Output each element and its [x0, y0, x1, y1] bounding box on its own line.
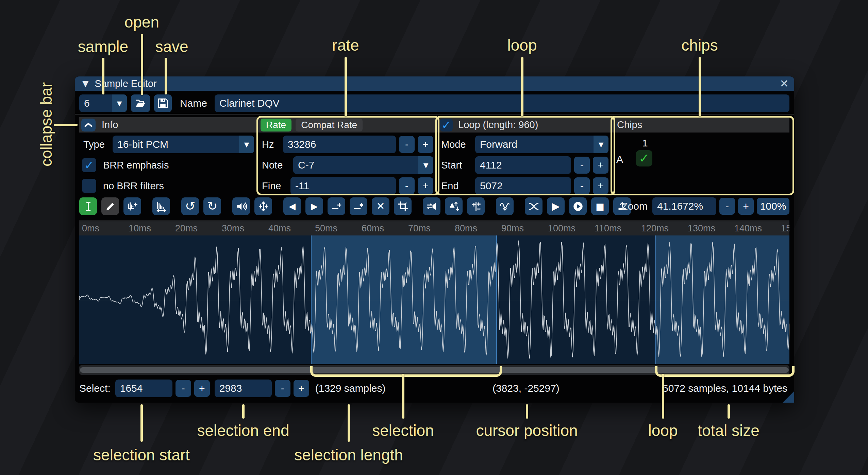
fine-plus-button[interactable]: +: [418, 177, 433, 194]
invert-button[interactable]: [445, 197, 463, 215]
timeline-tick: 110ms: [595, 223, 621, 234]
linep-icon: [331, 201, 342, 212]
hz-minus-button[interactable]: -: [399, 136, 415, 153]
resize-grip[interactable]: [783, 391, 794, 403]
timeline-tick: 0ms: [82, 223, 99, 234]
scrollbar-thumb[interactable]: [80, 367, 789, 373]
sample-selector-value: 6: [79, 94, 112, 112]
fadein-icon: ◀: [289, 202, 296, 211]
chip-enable-checkbox[interactable]: ✓: [636, 150, 652, 166]
note-combo[interactable]: C-7 ▼: [293, 156, 433, 174]
annotation-selection-start: selection start: [93, 446, 190, 464]
zoom-minus-button[interactable]: -: [719, 198, 735, 215]
play-note-button[interactable]: [569, 197, 587, 215]
loop-start-plus-button[interactable]: +: [593, 157, 608, 174]
hz-value: 33286: [288, 139, 316, 150]
reverse-button[interactable]: [423, 197, 440, 215]
waveform-view[interactable]: [79, 235, 789, 364]
close-icon[interactable]: ✕: [780, 76, 789, 91]
save-button[interactable]: [154, 94, 172, 112]
resize-button[interactable]: [123, 197, 141, 215]
tab-compat-rate[interactable]: Compat Rate: [296, 119, 363, 131]
crossfade-button[interactable]: [525, 197, 542, 215]
fine-input[interactable]: -11: [290, 177, 396, 195]
loop-end-label: End: [440, 180, 475, 192]
timeline-ruler[interactable]: 0ms10ms20ms30ms40ms50ms60ms70ms80ms90ms1…: [79, 221, 789, 235]
loop-end-plus-button[interactable]: +: [593, 177, 608, 194]
undo-button[interactable]: ↺: [181, 197, 199, 215]
ibeam-icon: [83, 201, 94, 212]
fine-minus-button[interactable]: -: [399, 177, 415, 194]
selection-end-plus-button[interactable]: +: [294, 380, 309, 397]
chips-panel: Chips 1 A ✓: [612, 117, 789, 192]
fade-out-button[interactable]: ▶: [305, 197, 323, 215]
crop-icon: [397, 201, 408, 212]
selection-start-minus-button[interactable]: -: [176, 380, 191, 397]
chevron-down-icon[interactable]: ▼: [112, 94, 127, 112]
cursor-position-text: (3823, -25297): [493, 376, 560, 401]
mode-label: Mode: [440, 139, 475, 150]
loop-start-minus-button[interactable]: -: [574, 157, 590, 174]
create-silence-button[interactable]: [350, 197, 367, 215]
selection-start-plus-button[interactable]: +: [194, 380, 210, 397]
zoom-input[interactable]: 41.1672%: [652, 197, 716, 215]
window-collapse-icon[interactable]: ▼: [82, 79, 88, 88]
sample-selector[interactable]: 6 ▼: [79, 94, 127, 112]
apply-filter-button[interactable]: [496, 197, 514, 215]
preview-button[interactable]: ▶: [547, 197, 565, 215]
annotation-line-chips: [699, 57, 701, 116]
fade-in-button[interactable]: ◀: [283, 197, 301, 215]
hz-plus-button[interactable]: +: [418, 136, 433, 153]
save-icon: [157, 98, 169, 109]
insert-silence-button[interactable]: [328, 197, 345, 215]
redo-button[interactable]: ↻: [203, 197, 221, 215]
annotation-loop-top: loop: [507, 36, 537, 54]
loop-start-input[interactable]: 4112: [475, 156, 571, 174]
xfade-icon: [528, 201, 539, 212]
check-icon: ✓: [84, 159, 94, 171]
delete-button[interactable]: ✕: [372, 197, 389, 215]
loop-end-value: 5072: [480, 180, 503, 192]
normalize-button[interactable]: [254, 197, 272, 215]
loop-mode-combo[interactable]: Forward ▼: [475, 136, 608, 153]
loop-checkbox[interactable]: ✓: [440, 119, 453, 131]
chip-row-label: A: [616, 154, 623, 165]
chip-column-header: 1: [642, 137, 648, 149]
annotation-line-collapse-bar: [54, 124, 78, 126]
loop-end-input[interactable]: 5072: [475, 177, 571, 195]
title-bar[interactable]: ▼ Sample Editor ✕: [75, 76, 794, 91]
name-input[interactable]: Clarinet DQV: [215, 94, 789, 112]
fadeout-icon: ▶: [311, 202, 318, 211]
name-label: Name: [180, 98, 207, 109]
selection-start-input[interactable]: 1654: [115, 380, 172, 397]
zoom-reset-button[interactable]: 100%: [757, 198, 789, 215]
signedness-button[interactable]: [467, 197, 485, 215]
tab-rate[interactable]: Rate: [261, 119, 291, 131]
speaker-icon: [236, 201, 247, 212]
edit-mode-select-button[interactable]: [79, 197, 97, 215]
brr-emphasis-checkbox[interactable]: ✓: [82, 158, 96, 172]
zoom-plus-button[interactable]: +: [738, 198, 754, 215]
loop-end-minus-button[interactable]: -: [574, 177, 590, 194]
no-brr-filters-checkbox[interactable]: [82, 179, 96, 193]
name-value: Clarinet DQV: [219, 98, 280, 109]
wavear-icon: [156, 201, 167, 212]
trim-button[interactable]: [394, 197, 412, 215]
resample-button[interactable]: [152, 197, 170, 215]
selection-end-minus-button[interactable]: -: [275, 380, 290, 397]
hz-input[interactable]: 33286: [283, 136, 396, 153]
amplify-button[interactable]: [232, 197, 250, 215]
stop-button[interactable]: ■: [591, 197, 609, 215]
edit-mode-draw-button[interactable]: [101, 197, 119, 215]
open-button[interactable]: [131, 94, 150, 112]
annotation-collapse-bar: collapse bar: [37, 82, 55, 166]
chevron-up-icon: [83, 119, 94, 131]
zoom-value: 41.1672%: [657, 200, 703, 212]
type-combo[interactable]: 16-bit PCM ▼: [113, 136, 254, 153]
collapse-bar-button[interactable]: [81, 119, 96, 131]
xdel-icon: ✕: [376, 201, 385, 211]
horizontal-scrollbar[interactable]: [79, 365, 789, 375]
selection-end-input[interactable]: 2983: [215, 380, 272, 397]
zoom-label: Zoom: [621, 200, 648, 212]
annotation-stem-loop: [662, 374, 664, 419]
